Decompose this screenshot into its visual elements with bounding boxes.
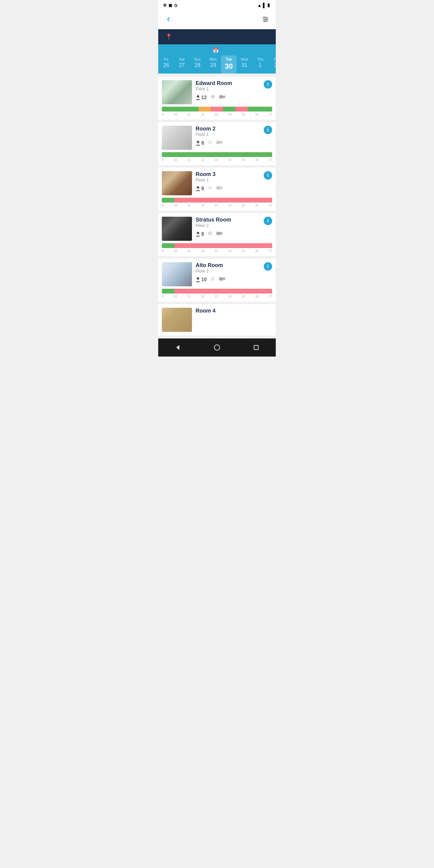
nav-recent-button[interactable] <box>250 341 262 353</box>
day-cell-fri-2[interactable]: Fri 2 <box>268 56 276 73</box>
day-name: Wed <box>237 57 252 61</box>
timeline-label: 10 <box>174 249 177 253</box>
room-card-top-edward: Edward Room Floor 1 i 12 <box>158 76 276 107</box>
timeline-label: 9 <box>162 158 164 161</box>
day-name: Tue <box>221 57 237 61</box>
day-cell-thu-1[interactable]: Thu 1 <box>252 56 268 73</box>
room-card-edward[interactable]: Edward Room Floor 1 i 12 <box>158 76 276 120</box>
room-info-alto: Alto Room Floor 2 i 10 <box>195 262 272 286</box>
capacity-alto: 10 <box>195 277 207 282</box>
svg-rect-9 <box>219 95 223 98</box>
timeline-slot <box>223 289 236 293</box>
timeline-label: 14 <box>228 158 231 161</box>
back-button[interactable] <box>163 14 174 25</box>
timeline-slot <box>174 289 187 293</box>
timeline-slot <box>260 289 272 293</box>
svg-point-5 <box>264 21 266 22</box>
timeline-slot <box>162 107 174 112</box>
video-icon-inactive <box>207 185 213 192</box>
timeline-label: 10 <box>174 295 177 298</box>
location-bar[interactable]: 📍 <box>158 29 276 44</box>
timeline-track-alto <box>162 289 272 293</box>
info-button-stratus[interactable]: i <box>264 217 272 225</box>
svg-point-18 <box>210 187 211 188</box>
room-card-partial[interactable]: Room 4 <box>158 304 276 336</box>
day-cell-mon-29[interactable]: Mon 29 <box>205 56 221 73</box>
timeline-slot <box>186 198 198 203</box>
day-name: Thu <box>252 57 268 61</box>
nav-home-button[interactable] <box>211 341 223 353</box>
timeline-edward: 91011121314151617 <box>158 107 276 120</box>
timeline-label: 15 <box>242 295 245 298</box>
day-num: 31 <box>237 62 252 68</box>
day-num: 2 <box>268 62 276 68</box>
timeline-label: 12 <box>201 204 204 207</box>
svg-point-28 <box>212 278 213 279</box>
filter-button[interactable] <box>260 14 271 25</box>
room-card-room2[interactable]: Room 2 Floor 1 i 8 <box>158 122 276 165</box>
timeline-labels-edward: 91011121314151617 <box>162 113 272 116</box>
room-card-room3[interactable]: Room 3 Floor 1 i 8 <box>158 167 276 211</box>
timeline-track-edward <box>162 107 272 112</box>
day-cell-wed-31[interactable]: Wed 31 <box>237 56 252 73</box>
room-image-room3 <box>162 171 192 195</box>
day-num: 30 <box>221 62 237 70</box>
svg-point-11 <box>197 141 199 143</box>
timeline-label: 12 <box>201 113 204 116</box>
timeline-slot <box>198 152 211 157</box>
timeline-slot <box>174 243 187 248</box>
timeline-room3: 91011121314151617 <box>158 198 276 211</box>
timeline-label: 14 <box>228 249 231 253</box>
nav-bar <box>158 338 276 356</box>
timeline-label: 9 <box>162 249 164 253</box>
room-features-stratus: 8 <box>195 231 272 237</box>
timeline-label: 11 <box>187 204 191 207</box>
day-cell-fri-26[interactable]: Fri 26 <box>158 56 174 73</box>
calendar-icon: 📅 <box>213 47 219 53</box>
timeline-slot <box>198 198 211 203</box>
day-cell-tue-30[interactable]: Tue 30 <box>221 56 237 73</box>
room-features-room2: 8 <box>195 140 272 146</box>
day-num: 26 <box>158 62 174 68</box>
timeline-slot <box>174 107 187 112</box>
info-button-room2[interactable]: i <box>264 126 272 134</box>
camera-icon <box>219 276 225 283</box>
timeline-label: 14 <box>228 204 231 207</box>
svg-marker-15 <box>221 141 222 144</box>
timeline-slot <box>211 289 223 293</box>
month-row: 📅 <box>158 47 276 56</box>
nav-back-button[interactable] <box>172 341 184 353</box>
day-cell-sat-27[interactable]: Sat 27 <box>174 56 190 73</box>
room-card-alto[interactable]: Alto Room Floor 2 i 10 <box>158 258 276 302</box>
day-num: 1 <box>252 62 268 68</box>
capacity-stratus: 8 <box>195 231 204 237</box>
room-image-room4 <box>162 308 192 332</box>
timeline-label: 13 <box>215 204 218 207</box>
room-card-stratus[interactable]: Stratus Room Floor 2 i 8 <box>158 213 276 256</box>
clock-icon: ◷ <box>174 3 177 7</box>
room-name-room3: Room 3 <box>195 171 216 178</box>
info-button-alto[interactable]: i <box>264 262 272 271</box>
timeline-slot <box>186 107 198 112</box>
timeline-labels-room2: 91011121314151617 <box>162 158 272 161</box>
day-name: Mon <box>205 57 221 61</box>
svg-point-21 <box>197 232 199 234</box>
timeline-slot <box>198 289 211 293</box>
capacity-room3: 8 <box>195 186 204 191</box>
day-name: Sat <box>174 57 190 61</box>
timeline-slot <box>248 243 260 248</box>
svg-marker-30 <box>223 277 225 280</box>
info-button-room3[interactable]: i <box>264 171 272 180</box>
info-button-edward[interactable]: i <box>264 80 272 89</box>
room-name-room2: Room 2 <box>195 126 216 132</box>
timeline-slot <box>236 243 248 248</box>
day-cell-sun-28[interactable]: Sun 28 <box>190 56 205 73</box>
timeline-slot <box>198 243 211 248</box>
timeline-slot <box>260 198 272 203</box>
timeline-labels-alto: 91011121314151617 <box>162 295 272 298</box>
svg-marker-31 <box>176 345 179 350</box>
capacity-room2: 8 <box>195 141 204 146</box>
room-image-edward <box>162 80 192 104</box>
timeline-label: 12 <box>201 295 204 298</box>
timeline-label: 13 <box>215 158 218 161</box>
